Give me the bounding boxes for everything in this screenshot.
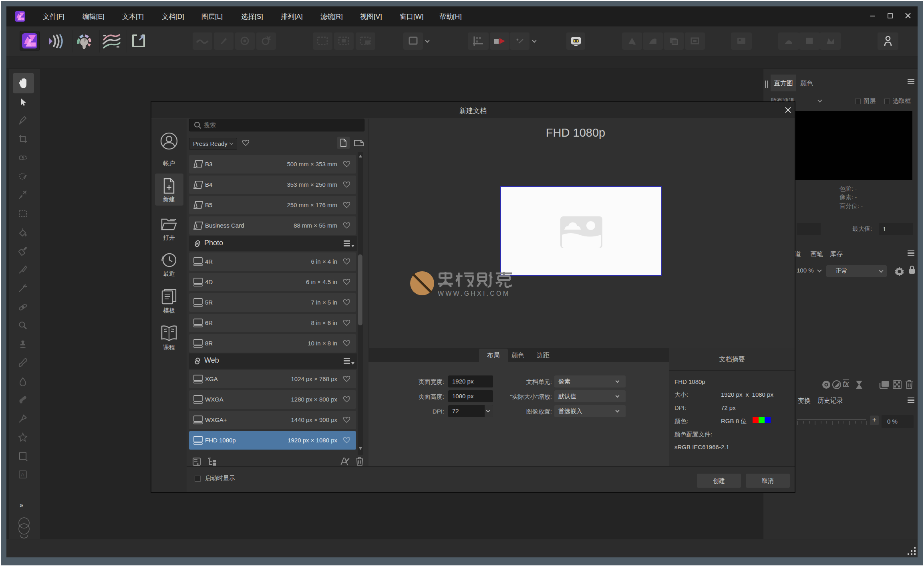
svg-text:A: A xyxy=(21,472,24,478)
